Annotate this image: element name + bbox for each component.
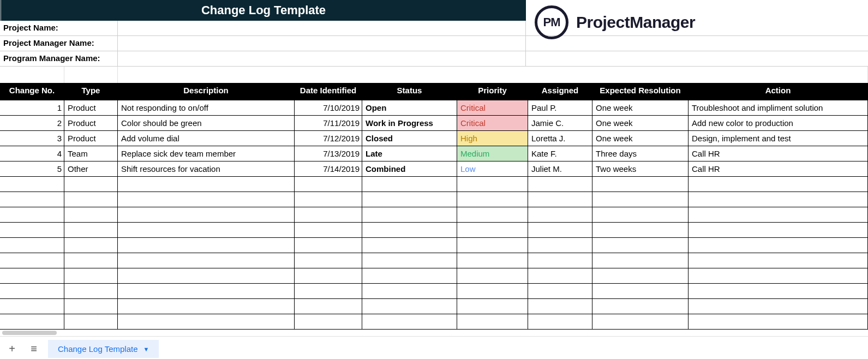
cell-empty[interactable] [689, 177, 868, 192]
cell-empty[interactable] [0, 268, 64, 283]
sheet-tab[interactable]: Change Log Template ▼ [48, 340, 159, 358]
cell-assigned[interactable]: Kate F. [528, 146, 592, 161]
cell-empty[interactable] [689, 299, 868, 314]
cell-date[interactable]: 7/11/2019 [295, 116, 362, 130]
cell-empty[interactable] [362, 223, 457, 237]
cell-empty[interactable] [295, 177, 362, 192]
cell-empty[interactable] [64, 253, 118, 268]
cell-resolution[interactable]: One week [592, 116, 689, 130]
cell-empty[interactable] [528, 238, 592, 253]
cell-resolution[interactable]: Three days [592, 146, 689, 161]
cell-priority[interactable]: Critical [457, 116, 528, 130]
cell-priority[interactable]: Critical [457, 100, 528, 115]
table-row-empty[interactable] [0, 223, 868, 238]
cell-empty[interactable] [457, 238, 528, 253]
cell-empty[interactable] [592, 253, 689, 268]
cell-priority[interactable]: Medium [457, 146, 528, 161]
cell-empty[interactable] [457, 284, 528, 298]
cell-empty[interactable] [592, 299, 689, 314]
table-row[interactable]: 4TeamReplace sick dev team member7/13/20… [0, 146, 868, 161]
cell-empty[interactable] [118, 314, 295, 329]
cell-empty[interactable] [295, 284, 362, 298]
cell-empty[interactable] [118, 253, 295, 268]
cell-status[interactable]: Closed [362, 131, 457, 146]
cell-empty[interactable] [689, 284, 868, 298]
cell-assigned[interactable]: Loretta J. [528, 131, 592, 146]
cell-empty[interactable] [295, 268, 362, 283]
cell-empty[interactable] [528, 268, 592, 283]
cell-empty[interactable] [457, 192, 528, 207]
table-row-empty[interactable] [0, 314, 868, 330]
cell-empty[interactable] [362, 299, 457, 314]
cell-empty[interactable] [0, 299, 64, 314]
cell-action[interactable]: Call HR [689, 161, 868, 176]
horizontal-scrollbar[interactable] [0, 330, 868, 336]
cell-empty[interactable] [457, 223, 528, 237]
cell-empty[interactable] [295, 223, 362, 237]
cell-status[interactable]: Open [362, 100, 457, 115]
cell-empty[interactable] [457, 314, 528, 329]
program-manager-input[interactable] [118, 51, 526, 66]
chevron-down-icon[interactable]: ▼ [143, 346, 149, 352]
table-row-empty[interactable] [0, 177, 868, 192]
cell-change-no[interactable]: 2 [0, 116, 64, 130]
table-row-empty[interactable] [0, 299, 868, 314]
cell-empty[interactable] [64, 223, 118, 237]
cell-empty[interactable] [592, 284, 689, 298]
cell-empty[interactable] [457, 268, 528, 283]
cell-priority[interactable]: High [457, 131, 528, 146]
cell-status[interactable]: Late [362, 146, 457, 161]
cell-empty[interactable] [362, 192, 457, 207]
table-row[interactable]: 5OtherShift resources for vacation7/14/2… [0, 161, 868, 177]
cell-description[interactable]: Not responding to on/off [118, 100, 295, 115]
table-row-empty[interactable] [0, 192, 868, 207]
cell-empty[interactable] [0, 314, 64, 329]
scrollbar-thumb[interactable] [2, 331, 57, 335]
add-sheet-button[interactable]: + [4, 342, 20, 357]
cell-empty[interactable] [295, 314, 362, 329]
project-name-input[interactable] [118, 21, 526, 35]
table-row-empty[interactable] [0, 207, 868, 223]
cell-empty[interactable] [64, 238, 118, 253]
cell-change-no[interactable]: 4 [0, 146, 64, 161]
cell-empty[interactable] [457, 299, 528, 314]
cell-description[interactable]: Add volume dial [118, 131, 295, 146]
cell-action[interactable]: Call HR [689, 146, 868, 161]
cell-empty[interactable] [592, 192, 689, 207]
cell-empty[interactable] [0, 177, 64, 192]
cell-change-no[interactable]: 5 [0, 161, 64, 176]
cell-empty[interactable] [528, 284, 592, 298]
cell-empty[interactable] [362, 284, 457, 298]
cell-empty[interactable] [592, 177, 689, 192]
table-row-empty[interactable] [0, 253, 868, 268]
cell-priority[interactable]: Low [457, 161, 528, 176]
cell-empty[interactable] [362, 268, 457, 283]
cell-change-no[interactable]: 1 [0, 100, 64, 115]
cell-description[interactable]: Color should be green [118, 116, 295, 130]
cell-date[interactable]: 7/14/2019 [295, 161, 362, 176]
cell-empty[interactable] [118, 284, 295, 298]
cell-empty[interactable] [118, 207, 295, 222]
cell-empty[interactable] [457, 207, 528, 222]
cell-empty[interactable] [689, 314, 868, 329]
cell-empty[interactable] [689, 192, 868, 207]
cell-assigned[interactable]: Paul P. [528, 100, 592, 115]
cell-status[interactable]: Combined [362, 161, 457, 176]
cell-empty[interactable] [362, 238, 457, 253]
cell-empty[interactable] [0, 192, 64, 207]
cell-empty[interactable] [592, 207, 689, 222]
cell-empty[interactable] [64, 207, 118, 222]
cell-status[interactable]: Work in Progress [362, 116, 457, 130]
cell-empty[interactable] [689, 268, 868, 283]
cell-empty[interactable] [689, 253, 868, 268]
table-row-empty[interactable] [0, 238, 868, 253]
cell-empty[interactable] [118, 223, 295, 237]
cell-empty[interactable] [0, 253, 64, 268]
cell-empty[interactable] [528, 253, 592, 268]
cell-assigned[interactable]: Juliet M. [528, 161, 592, 176]
cell-date[interactable]: 7/13/2019 [295, 146, 362, 161]
cell-type[interactable]: Other [64, 161, 118, 176]
cell-empty[interactable] [528, 207, 592, 222]
cell-empty[interactable] [64, 268, 118, 283]
all-sheets-button[interactable]: ≡ [26, 342, 41, 357]
